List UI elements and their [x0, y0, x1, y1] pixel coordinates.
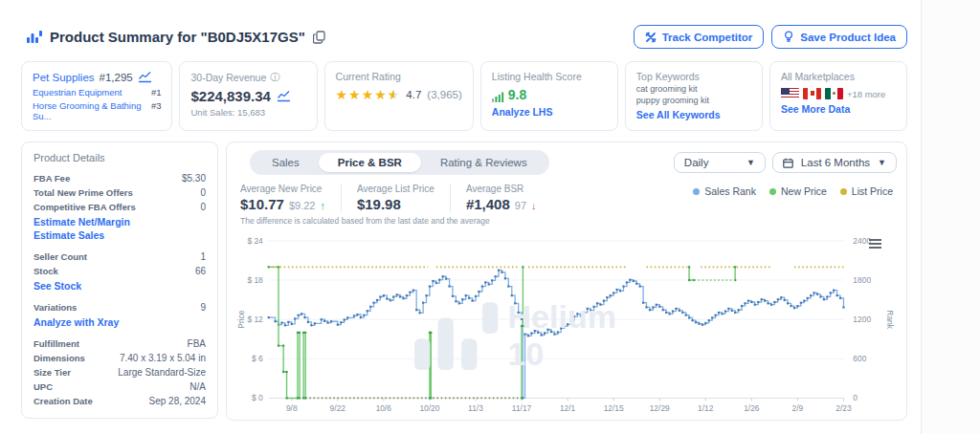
- analyze-lhs-link[interactable]: Analyze LHS: [492, 106, 607, 118]
- us-flag-icon: [781, 88, 799, 99]
- tab-rating-reviews[interactable]: Rating & Reviews: [421, 153, 546, 172]
- product-details-title: Product Details: [33, 152, 206, 163]
- stat-value: $10.77: [240, 196, 284, 212]
- svg-text:$ 12: $ 12: [247, 315, 263, 324]
- svg-text:$ 0: $ 0: [252, 393, 263, 402]
- detail-row: Seller Count1: [33, 250, 206, 264]
- category-main-rank: #1,295: [100, 72, 133, 83]
- save-product-idea-button[interactable]: Save Product Idea: [771, 25, 907, 49]
- trend-chart-icon[interactable]: [138, 71, 152, 83]
- tab-price-bsr[interactable]: Price & BSR: [319, 153, 421, 172]
- svg-text:1/12: 1/12: [698, 403, 714, 413]
- stat-value: $19.98: [357, 196, 401, 212]
- product-details-panel: Product Details FBA Fee$5.30Total New Pr…: [21, 141, 218, 419]
- detail-row: Variations9: [33, 300, 206, 315]
- svg-text:2/9: 2/9: [792, 403, 804, 413]
- detail-link-estimate-net-margin[interactable]: Estimate Net/Margin: [33, 216, 206, 228]
- legend-dot-icon: [693, 188, 700, 195]
- detail-link-see-stock[interactable]: See Stock: [33, 280, 206, 292]
- half-star-icon: ★★: [388, 88, 401, 101]
- see-more-data-link[interactable]: See More Data: [781, 103, 896, 115]
- avg-list-price-stat: Average List Price $19.98: [341, 184, 450, 212]
- date-range-select[interactable]: Last 6 Months ▼: [772, 152, 897, 173]
- canada-flag-icon: [803, 88, 821, 99]
- svg-text:0: 0: [853, 393, 858, 402]
- legend-label: New Price: [781, 185, 827, 197]
- svg-text:12/1: 12/1: [560, 403, 576, 413]
- subcategory-link[interactable]: Equestrian Equipment: [33, 87, 122, 98]
- keyword-item: puppy grooming kit: [636, 96, 751, 105]
- svg-text:9/22: 9/22: [330, 403, 346, 413]
- track-competitor-button[interactable]: Track Competitor: [634, 25, 765, 49]
- legend-new-price[interactable]: New Price: [769, 185, 827, 197]
- chart-panel: Sales Price & BSR Rating & Reviews Daily…: [226, 141, 907, 421]
- detail-row: Dimensions7.40 x 3.19 x 5.04 in: [33, 351, 206, 365]
- right-gutter: [921, 0, 980, 434]
- detail-value: $5.30: [182, 173, 206, 184]
- detail-value: 7.40 x 3.19 x 5.04 in: [120, 353, 206, 363]
- detail-group: FulfillmentFBADimensions7.40 x 3.19 x 5.…: [33, 336, 206, 408]
- unit-sales-label: Unit Sales:: [190, 107, 234, 118]
- rating-label: Current Rating: [336, 71, 401, 82]
- legend-sales-rank[interactable]: Sales Rank: [693, 185, 756, 197]
- detail-label: UPC: [33, 381, 53, 392]
- trend-chart-icon[interactable]: [277, 90, 291, 102]
- legend-dot-icon: [840, 188, 847, 195]
- svg-text:$ 24: $ 24: [247, 236, 263, 246]
- product-summary-page: Product Summary for "B0DJ5X17GS" Track C…: [0, 0, 980, 434]
- detail-row: FBA Fee$5.30: [33, 171, 206, 185]
- chevron-down-icon: ▼: [746, 158, 755, 167]
- keyword-item: cat grooming kit: [636, 84, 751, 94]
- legend-list-price[interactable]: List Price: [840, 185, 893, 197]
- svg-text:12/15: 12/15: [604, 403, 624, 413]
- stats-cards-row: Pet Supplies #1,295 Equestrian Equipment…: [21, 61, 907, 131]
- star-icon: ★: [336, 88, 349, 101]
- subcategory-rank: #3: [151, 100, 162, 121]
- tab-sales[interactable]: Sales: [253, 153, 319, 172]
- detail-link-estimate-sales[interactable]: Estimate Sales: [33, 229, 206, 241]
- stat-delta: $9.22: [289, 200, 316, 211]
- marketplaces-card: All Marketplaces +18 more See More Data: [769, 61, 907, 131]
- category-main-link[interactable]: Pet Supplies: [33, 72, 95, 83]
- arrow-up-icon: ↑: [320, 200, 325, 211]
- chart-menu-icon[interactable]: [869, 237, 881, 250]
- stat-value: #1,408: [466, 196, 510, 212]
- star-icon: ★: [374, 88, 388, 101]
- page-header: Product Summary for "B0DJ5X17GS" Track C…: [27, 25, 907, 49]
- rating-card: Current Rating ★★★★★★ 4.7 (3,965): [324, 61, 474, 131]
- signal-bars-icon: [492, 92, 504, 102]
- detail-row: Stock66: [33, 264, 206, 278]
- svg-text:Rank: Rank: [885, 310, 895, 329]
- detail-label: Creation Date: [33, 396, 93, 406]
- see-all-keywords-link[interactable]: See All Keywords: [636, 109, 751, 120]
- detail-group: FBA Fee$5.30Total New Prime Offers0Compe…: [33, 171, 206, 241]
- subcategory-rank: #1: [151, 87, 162, 98]
- chart-tabs: Sales Price & BSR Rating & Reviews: [250, 150, 549, 175]
- svg-text:Price: Price: [236, 310, 246, 328]
- revenue-card: 30-Day Revenue ⓘ $224,839.34 Unit Sales:…: [179, 61, 317, 131]
- frequency-value: Daily: [684, 157, 709, 168]
- lhs-card: Listing Health Score 9.8 Analyze LHS: [480, 61, 618, 131]
- copy-asin-icon[interactable]: [313, 31, 326, 44]
- calendar-icon: [783, 158, 793, 168]
- detail-label: Competitive FBA Offers: [33, 202, 136, 212]
- svg-text:600: 600: [853, 354, 866, 363]
- legend-dot-icon: [769, 188, 776, 195]
- arrow-down-icon: ↓: [531, 200, 537, 211]
- price-bsr-chart: $ 242400$ 181800$ 121200$ 6600$ 00PriceR…: [236, 228, 897, 423]
- avg-new-price-stat: Average New Price $10.77 $9.22 ↑: [236, 184, 341, 212]
- subcategory-link[interactable]: Horse Grooming & Bathing Su...: [33, 100, 147, 121]
- keywords-label: Top Keywords: [636, 71, 700, 82]
- star-icon: ★: [362, 88, 375, 101]
- detail-label: Total New Prime Offers: [33, 187, 133, 198]
- detail-link-analyze-with-xray[interactable]: Analyze with Xray: [33, 316, 206, 328]
- info-icon[interactable]: ⓘ: [270, 71, 279, 84]
- chart-header: Sales Price & BSR Rating & Reviews Daily…: [236, 150, 897, 175]
- frequency-select[interactable]: Daily ▼: [674, 152, 766, 173]
- detail-label: FBA Fee: [33, 173, 70, 184]
- detail-label: Fulfillment: [33, 338, 79, 349]
- helium10-logo-icon: [27, 30, 42, 44]
- header-buttons: Track Competitor Save Product Idea: [634, 25, 907, 49]
- revenue-value: $224,839.34: [190, 88, 270, 104]
- save-product-idea-label: Save Product Idea: [800, 32, 896, 43]
